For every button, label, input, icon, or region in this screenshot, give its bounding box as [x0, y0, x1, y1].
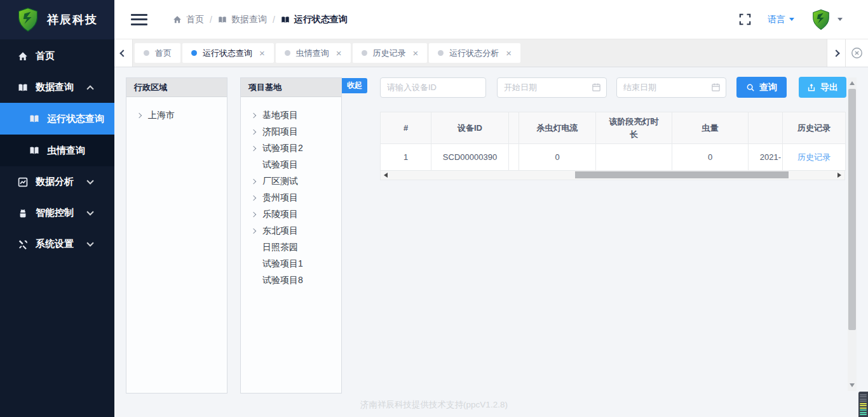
table-cell: 0: [519, 144, 596, 171]
tree-node[interactable]: 试验项目: [250, 157, 341, 173]
horizontal-scrollbar[interactable]: [380, 171, 845, 180]
tree-node-label: 试验项目2: [262, 143, 303, 154]
language-switcher[interactable]: 语言: [768, 14, 794, 25]
tree-node[interactable]: 试验项目8: [250, 272, 341, 289]
table-cell: SCD00000390: [431, 144, 509, 171]
sidebar: 祥辰科技 首页数据查询运行状态查询虫情查询数据分析智能控制系统设置: [0, 0, 114, 417]
breadcrumb-label: 数据查询: [231, 14, 267, 25]
chevron-right-icon: [251, 179, 256, 184]
breadcrumb-separator: /: [273, 15, 275, 25]
tab-bar: 首页运行状态查询×虫情查询×历史记录×运行状态分析×: [114, 39, 868, 67]
tab-active[interactable]: 运行状态查询×: [182, 43, 274, 63]
tree-node-label: 日照茶园: [262, 242, 298, 253]
scroll-down-arrow-icon[interactable]: [850, 383, 855, 387]
chevron-right-icon: [251, 228, 256, 234]
collapse-panels-button[interactable]: 收起: [342, 78, 367, 93]
tree-node[interactable]: 试验项目1: [250, 256, 341, 272]
tree-node-label: 上海市: [148, 110, 175, 121]
tabs-scroll-left-button[interactable]: [114, 39, 133, 67]
column-header: 杀虫灯电流: [519, 112, 596, 144]
export-icon: [807, 83, 816, 92]
sidebar-item[interactable]: 数据分析: [0, 166, 114, 197]
robot-icon: [18, 208, 28, 218]
horizontal-scrollbar-thumb[interactable]: [575, 171, 789, 178]
tree-node-label: 试验项目: [262, 159, 298, 171]
sidebar-item-label: 首页: [36, 50, 55, 62]
topbar-right: 语言: [739, 9, 843, 30]
tree-node[interactable]: 上海市: [135, 107, 227, 124]
tree-node[interactable]: 厂区测试: [250, 173, 341, 190]
region-tree: 上海市: [126, 97, 227, 124]
tree-node[interactable]: 济阳项目: [250, 124, 341, 140]
user-menu[interactable]: [811, 9, 843, 30]
chevron-right-icon: [251, 212, 256, 217]
scroll-up-arrow-icon[interactable]: [850, 81, 855, 85]
tabs-scroll-right-button[interactable]: [827, 39, 845, 67]
tab-dot-icon: [144, 50, 149, 56]
chevron-right-icon: [251, 146, 256, 151]
column-header: [749, 112, 783, 144]
query-button[interactable]: 查询: [736, 77, 787, 98]
tab-item[interactable]: 首页: [135, 43, 180, 63]
device-id-input[interactable]: [380, 77, 486, 98]
sidebar-subitem-label: 运行状态查询: [47, 113, 104, 125]
breadcrumb-item[interactable]: 数据查询: [218, 14, 267, 25]
sidebar-item[interactable]: 智能控制: [0, 197, 114, 228]
breadcrumb-separator: /: [210, 15, 212, 25]
sidebar-subitem[interactable]: 运行状态查询: [0, 103, 114, 135]
tab-item[interactable]: 运行状态分析×: [429, 43, 520, 63]
brand-shield-logo-icon: [17, 7, 39, 32]
tree-node[interactable]: 基地项目: [250, 107, 341, 124]
vertical-scrollbar[interactable]: [848, 77, 857, 391]
home-icon: [173, 15, 182, 24]
tab-item[interactable]: 虫情查询×: [276, 43, 351, 63]
chevron-down-icon: [86, 177, 93, 184]
hamburger-menu-icon[interactable]: [131, 11, 147, 28]
tree-node[interactable]: 试验项目2: [250, 140, 341, 157]
sidebar-item[interactable]: 首页: [0, 41, 114, 72]
scroll-left-arrow-icon[interactable]: [384, 173, 388, 178]
sidebar-subitem[interactable]: 虫情查询: [0, 135, 114, 166]
breadcrumb-item[interactable]: 首页: [173, 14, 204, 25]
tab-item[interactable]: 历史记录×: [353, 43, 428, 63]
table-cell: 0: [672, 144, 749, 171]
history-record-link[interactable]: 历史记录: [797, 152, 831, 162]
tree-node[interactable]: 日照茶园: [250, 239, 341, 256]
export-button[interactable]: 导出: [799, 77, 846, 98]
book-icon: [18, 83, 28, 93]
tree-node-label: 济阳项目: [262, 126, 298, 138]
chevron-right-icon: [250, 229, 257, 233]
tab-close-icon[interactable]: ×: [259, 48, 265, 58]
tree-node[interactable]: 贵州项目: [250, 190, 341, 206]
table-cell: 1: [381, 144, 431, 171]
tree-node-label: 试验项目8: [262, 275, 303, 286]
breadcrumb: 首页/数据查询/运行状态查询: [173, 14, 348, 25]
caret-down-icon: [837, 18, 843, 21]
tab-close-icon[interactable]: ×: [336, 48, 342, 58]
book-icon: [29, 114, 39, 124]
table-header-row: #设备ID杀虫灯电流该阶段亮灯时长虫量历史记录: [381, 112, 846, 144]
breadcrumb-item[interactable]: 运行状态查询: [281, 14, 348, 25]
end-date-input[interactable]: [616, 77, 726, 98]
tree-node[interactable]: 东北项目: [250, 223, 341, 239]
chevron-down-icon: [86, 239, 93, 246]
start-date-input[interactable]: [497, 77, 607, 98]
tab-close-icon[interactable]: ×: [413, 48, 419, 58]
vertical-scrollbar-thumb[interactable]: [848, 89, 856, 330]
tree-node-label: 基地项目: [262, 110, 298, 121]
close-all-tabs-button[interactable]: [845, 39, 868, 67]
tree-node[interactable]: 乐陵项目: [250, 206, 341, 223]
chart-icon: [18, 177, 28, 187]
main-content: 行政区域 上海市 项目基地 基地项目济阳项目试验项目2试验项目厂区测试贵州项目乐…: [114, 67, 868, 417]
fullscreen-icon[interactable]: [739, 13, 751, 25]
chevron-up-icon: [86, 85, 93, 92]
scroll-right-arrow-icon[interactable]: [837, 173, 841, 178]
project-panel-title: 项目基地: [241, 78, 341, 97]
sidebar-item[interactable]: 系统设置: [0, 228, 114, 260]
chevron-right-icon: [250, 130, 257, 134]
book-icon: [218, 15, 227, 24]
tab-close-icon[interactable]: ×: [506, 48, 512, 58]
table-row: 1SCD00000390002021-历史记录: [381, 144, 846, 171]
sidebar-item[interactable]: 数据查询: [0, 72, 114, 103]
column-header: 该阶段亮灯时长: [596, 112, 672, 144]
